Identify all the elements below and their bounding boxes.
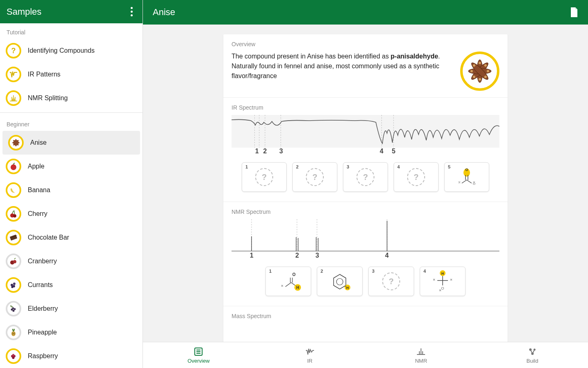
tab-overview[interactable]: Overview	[143, 342, 254, 368]
sidebar-item-identifying-compounds[interactable]: ? Identifying Compounds	[0, 39, 143, 63]
overview-card: Overview The compound present in Anise h…	[223, 34, 508, 358]
unknown-icon: ?	[356, 168, 374, 186]
sidebar-title: Samples	[7, 7, 42, 17]
tab-label: Build	[526, 358, 538, 364]
svg-marker-64	[334, 274, 346, 289]
svg-point-65	[336, 278, 343, 285]
nmr-peak-card-2[interactable]: 2 H	[317, 267, 363, 296]
sidebar-item-chocolate-bar[interactable]: Chocolate Bar	[0, 226, 143, 249]
ir-peak-card-3[interactable]: 3?	[343, 162, 388, 192]
sidebar-item-cranberry[interactable]: Cranberry	[0, 249, 143, 273]
section-title: Overview	[232, 41, 499, 47]
svg-point-12	[11, 284, 13, 286]
tab-label: NMR	[415, 358, 427, 364]
benzene-h-icon: H	[325, 270, 354, 293]
sidebar-item-elderberry[interactable]: Elderberry	[0, 297, 143, 321]
main-header: Anise	[143, 0, 588, 25]
sidebar-item-currants[interactable]: Currants	[0, 273, 143, 297]
svg-text:H: H	[346, 286, 349, 290]
overview-section: Overview The compound present in Anise h…	[223, 34, 508, 98]
nmr-section: NMR Spectrum	[223, 202, 508, 306]
carbonyl-icon: OO	[454, 167, 479, 187]
nmr-peak-card-3[interactable]: 3?	[368, 267, 414, 296]
svg-point-31	[470, 70, 473, 72]
unknown-icon: ?	[255, 168, 273, 186]
overview-text: The compound present in Anise has been i…	[232, 52, 452, 81]
svg-point-33	[473, 64, 475, 67]
sidebar-item-ir-patterns[interactable]: IR Patterns	[0, 63, 143, 86]
sidebar-item-pineapple[interactable]: Pineapple	[0, 321, 143, 344]
aldehyde-h-icon: OH	[274, 270, 303, 293]
sidebar-item-cherry[interactable]: Cherry	[0, 202, 143, 226]
nmr-peak-card-1[interactable]: 1 OH	[265, 267, 311, 296]
sidebar-item-banana[interactable]: Banana	[0, 178, 143, 202]
tab-nmr[interactable]: NMR	[365, 342, 477, 368]
svg-point-5	[11, 164, 16, 170]
svg-text:O: O	[441, 286, 444, 290]
sidebar-item-label: Currants	[28, 281, 53, 289]
section-label-beginner: Beginner	[0, 115, 143, 131]
section-title: IR Spectrum	[232, 104, 499, 111]
unknown-icon: ?	[306, 168, 324, 186]
anise-icon	[8, 135, 24, 150]
document-icon[interactable]	[570, 7, 578, 17]
section-title: NMR Spectrum	[232, 209, 499, 215]
sidebar-item-label: Apple	[28, 163, 45, 170]
pineapple-icon	[6, 325, 21, 340]
nmr-spectrum-chart[interactable]	[232, 219, 499, 252]
nmr-icon	[6, 90, 21, 106]
ir-peak-card-5[interactable]: 5 OO	[444, 162, 489, 192]
content-scroll[interactable]: Overview The compound present in Anise h…	[143, 25, 588, 368]
sidebar-item-label: Pineapple	[28, 329, 57, 336]
svg-point-19	[12, 307, 14, 310]
ir-icon	[6, 67, 21, 82]
sidebar-item-label: Raspberry	[28, 352, 58, 360]
raspberry-icon	[6, 348, 21, 364]
tab-ir[interactable]: IR	[254, 342, 366, 368]
currants-icon	[6, 277, 21, 293]
overflow-menu-icon[interactable]	[127, 4, 136, 20]
cranberry-icon	[6, 254, 21, 269]
svg-point-15	[11, 286, 13, 288]
ir-axis-labels: 1 2 3 4 5	[232, 148, 499, 157]
ir-peak-cards: 1? 2? 3? 4? 5 OO	[232, 157, 499, 193]
ir-peak-card-1[interactable]: 1?	[242, 162, 287, 192]
svg-point-23	[12, 357, 15, 359]
ir-section: IR Spectrum 1	[223, 98, 508, 202]
main: Anise Overview The compound present in A…	[143, 0, 588, 368]
sidebar-item-label: Banana	[28, 186, 50, 194]
ir-peak-card-4[interactable]: 4?	[394, 162, 439, 192]
tab-build[interactable]: Build	[477, 342, 588, 368]
mass-section: Mass Spectrum	[223, 306, 508, 330]
svg-text:H: H	[441, 272, 444, 276]
svg-point-24	[12, 354, 14, 356]
cherry-icon	[6, 206, 21, 222]
svg-text:O: O	[465, 168, 468, 172]
sidebar-item-nmr-splitting[interactable]: NMR Splitting	[0, 86, 143, 110]
unknown-icon: ?	[407, 168, 425, 186]
ir-spectrum-chart[interactable]	[232, 115, 499, 148]
divider	[0, 112, 143, 113]
svg-point-32	[487, 70, 489, 72]
ir-peak-card-2[interactable]: 2?	[292, 162, 337, 192]
elderberry-icon	[6, 301, 21, 316]
nmr-peak-card-4[interactable]: 4 HO	[420, 267, 466, 296]
svg-point-34	[484, 64, 487, 67]
sidebar-item-raspberry[interactable]: Raspberry	[0, 344, 143, 368]
apple-icon	[6, 159, 21, 174]
sidebar-item-label: NMR Splitting	[28, 94, 68, 102]
tab-label: Overview	[187, 358, 209, 364]
tab-label: IR	[307, 358, 312, 364]
sidebar-item-label: Chocolate Bar	[28, 234, 69, 241]
svg-point-7	[13, 214, 16, 218]
section-label-tutorial: Tutorial	[0, 23, 143, 39]
question-icon: ?	[6, 43, 21, 58]
svg-point-30	[479, 78, 481, 81]
sidebar-item-label: IR Patterns	[28, 71, 60, 78]
anise-badge	[460, 52, 499, 91]
svg-point-35	[473, 76, 475, 78]
svg-rect-8	[10, 235, 17, 241]
sidebar-item-apple[interactable]: Apple	[0, 155, 143, 178]
sidebar-item-anise[interactable]: Anise	[2, 131, 140, 155]
unknown-icon: ?	[382, 272, 400, 290]
